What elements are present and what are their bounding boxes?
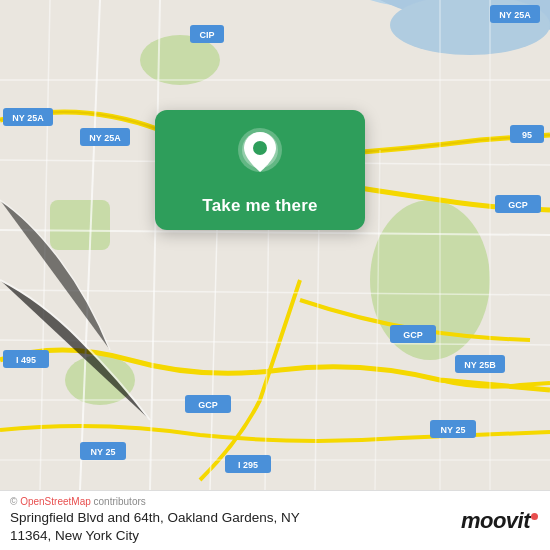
svg-text:NY 25A: NY 25A — [499, 10, 531, 20]
attribution: © OpenStreetMap© OpenStreetMap contribut… — [10, 496, 451, 507]
svg-text:NY 25A: NY 25A — [89, 133, 121, 143]
moovit-logo: moovit — [461, 508, 538, 534]
svg-text:I 495: I 495 — [16, 355, 36, 365]
svg-text:GCP: GCP — [198, 400, 218, 410]
moovit-logo-text: moovit — [461, 508, 530, 534]
svg-text:GCP: GCP — [403, 330, 423, 340]
openstreetmap-link[interactable]: OpenStreetMap — [20, 496, 91, 507]
location-name: Springfield Blvd and 64th, Oakland Garde… — [10, 509, 451, 545]
take-me-there-button[interactable]: Take me there — [202, 196, 317, 216]
svg-text:95: 95 — [522, 130, 532, 140]
svg-text:I 295: I 295 — [238, 460, 258, 470]
svg-text:NY 25: NY 25 — [441, 425, 466, 435]
location-card[interactable]: Take me there — [155, 110, 365, 230]
svg-point-51 — [253, 141, 267, 155]
svg-text:CIP: CIP — [199, 30, 214, 40]
map-svg: NY 25A NY 25A NY 25A CIP 95 GCP GCP GCP … — [0, 0, 550, 490]
pin-icon-wrapper — [238, 128, 282, 186]
svg-text:NY 25: NY 25 — [91, 447, 116, 457]
footer-bar: © OpenStreetMap© OpenStreetMap contribut… — [0, 490, 550, 550]
moovit-dot — [531, 513, 538, 520]
svg-text:GCP: GCP — [508, 200, 528, 210]
map-area: NY 25A NY 25A NY 25A CIP 95 GCP GCP GCP … — [0, 0, 550, 490]
svg-text:NY 25A: NY 25A — [12, 113, 44, 123]
map-pin-icon — [238, 128, 282, 182]
svg-text:NY 25B: NY 25B — [464, 360, 496, 370]
svg-rect-4 — [50, 200, 110, 250]
footer-text-block: © OpenStreetMap© OpenStreetMap contribut… — [10, 496, 451, 545]
